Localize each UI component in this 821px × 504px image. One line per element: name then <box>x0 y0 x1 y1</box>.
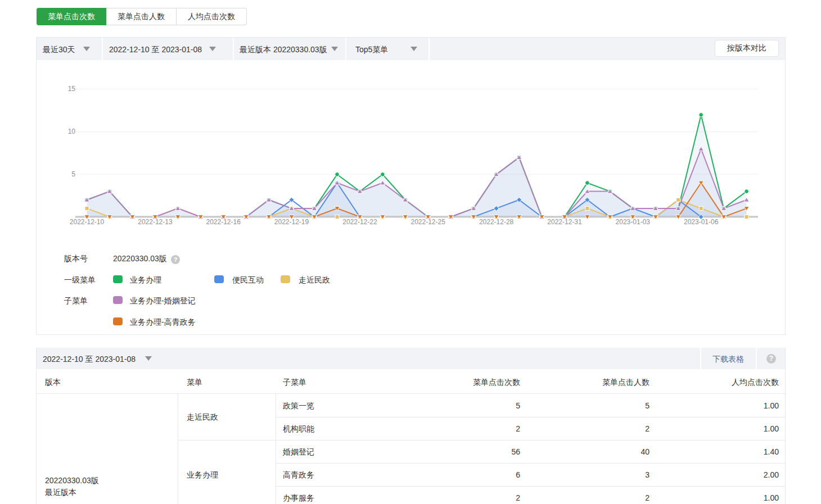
svg-text:5: 5 <box>71 170 75 178</box>
svg-text:15: 15 <box>68 85 76 93</box>
svg-text:10: 10 <box>68 128 76 135</box>
